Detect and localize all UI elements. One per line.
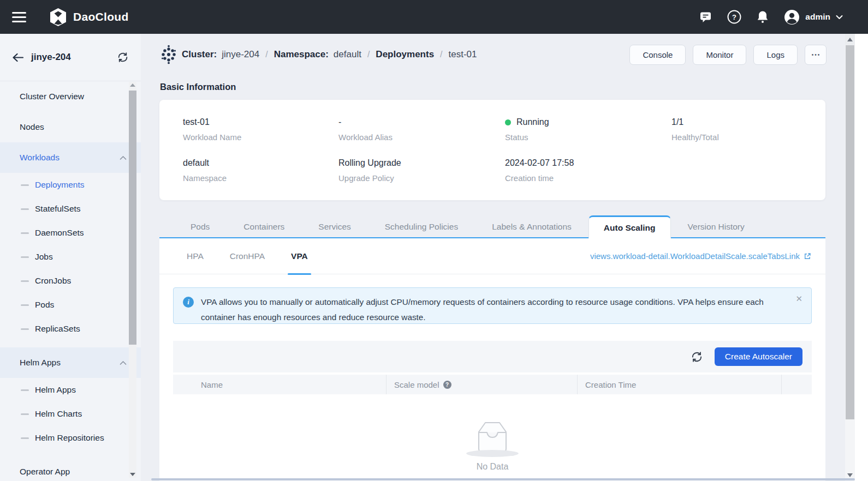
sidebar-item-label: Nodes	[20, 122, 44, 132]
scale-tabs-link[interactable]: views.workload-detail.WorkloadDetailScal…	[590, 238, 811, 274]
sidebar-item[interactable]: CronJobs	[0, 269, 141, 293]
sidebar-menu: Cluster Overview Nodes Workloads	[0, 81, 141, 481]
horizontal-scrollbar-thumb[interactable]	[151, 478, 855, 480]
breadcrumb-part[interactable]: jinye-204	[222, 49, 259, 60]
main-scrollbar-thumb[interactable]	[846, 45, 854, 419]
breadcrumb-part: test-01	[449, 49, 477, 60]
sidebar-item[interactable]: Helm Repositories	[0, 426, 141, 450]
sidebar-item-label: Cluster Overview	[20, 92, 84, 101]
basic-info-field: Rolling Upgrade Upgrade Policy	[338, 158, 505, 199]
scale-subtab[interactable]: VPA	[291, 238, 308, 274]
breadcrumb-part: /	[367, 50, 370, 59]
detail-tab[interactable]: Services	[301, 215, 367, 238]
field-label: Namespace	[183, 173, 338, 183]
topbar: DaoCloud ?	[0, 0, 868, 34]
sidebar-item[interactable]: Cluster Overview	[0, 81, 141, 112]
breadcrumb-part: /	[440, 50, 442, 59]
basic-information-title: Basic Information	[160, 82, 236, 92]
scale-subtab-bar: HPA CronHPA VPA views.workload-detail.Wo…	[159, 238, 825, 274]
daocloud-logo-icon	[49, 8, 67, 27]
field-value: 2024-02-07 17:58	[505, 158, 671, 169]
dash-icon	[21, 389, 29, 391]
header-action-button[interactable]: Monitor	[693, 45, 746, 65]
column-help-icon[interactable]	[443, 381, 451, 389]
empty-state: No Data	[159, 420, 825, 472]
scroll-up-arrow-icon[interactable]	[845, 34, 855, 45]
scale-subtab[interactable]: CronHPA	[230, 238, 265, 274]
user-menu[interactable]: admin	[784, 9, 843, 25]
sidebar-item-label: Operator App	[20, 467, 70, 477]
breadcrumb-part[interactable]: default	[334, 49, 361, 60]
detail-tab[interactable]: Version History	[671, 215, 762, 238]
sidebar-item-label: DaemonSets	[35, 228, 84, 238]
more-actions-button[interactable]: •••	[805, 45, 827, 65]
detail-tab[interactable]: Scheduling Policies	[368, 215, 475, 238]
sidebar-item[interactable]: Workloads	[0, 142, 141, 173]
auto-scaling-panel: HPA CronHPA VPA views.workload-detail.Wo…	[159, 238, 825, 481]
dash-icon	[21, 304, 29, 306]
refresh-icon[interactable]	[691, 351, 703, 363]
detail-tab[interactable]: Labels & Annotations	[475, 215, 588, 238]
sidebar-scrollbar-thumb[interactable]	[129, 91, 136, 345]
create-autoscaler-button[interactable]: Create Autoscaler	[715, 347, 802, 366]
sidebar-item[interactable]: DaemonSets	[0, 221, 141, 245]
scroll-down-arrow-icon[interactable]	[129, 473, 136, 476]
breadcrumb-part[interactable]: Deployments	[376, 49, 434, 60]
sidebar-item[interactable]: StatefulSets	[0, 197, 141, 221]
basic-info-field: - Workload Alias	[338, 117, 505, 158]
table-column-header	[782, 375, 812, 394]
sidebar-item-label: CronJobs	[35, 276, 71, 286]
basic-info-field: Running Status	[505, 117, 671, 158]
dash-icon	[21, 232, 29, 234]
sidebar-item[interactable]: Pods	[0, 293, 141, 317]
field-value: default	[183, 158, 338, 169]
status-dot	[505, 119, 511, 125]
sidebar-item-label: ReplicaSets	[35, 324, 80, 334]
table-column-header: Name	[173, 375, 387, 394]
sidebar-item-label: Workloads	[20, 153, 60, 163]
sidebar-item[interactable]: Operator App	[0, 456, 141, 481]
detail-header: Cluster: jinye-204 / Namespace: default …	[159, 41, 827, 68]
dash-icon	[21, 208, 29, 210]
sidebar-item[interactable]: ReplicaSets	[0, 317, 141, 341]
main-horizontal-scrollbar[interactable]	[141, 478, 855, 481]
close-icon[interactable]: ✕	[795, 294, 802, 303]
chevron-up-icon	[120, 155, 127, 160]
notifications-bell-icon[interactable]	[756, 10, 769, 24]
field-value: -	[338, 117, 505, 128]
help-icon[interactable]: ?	[727, 10, 741, 24]
sidebar-item[interactable]: Nodes	[0, 112, 141, 142]
main-content: Cluster: jinye-204 / Namespace: default …	[141, 34, 845, 481]
sidebar-item[interactable]: Helm Charts	[0, 402, 141, 426]
detail-tab[interactable]: Pods	[174, 215, 227, 238]
dash-icon	[21, 437, 29, 439]
basic-info-field: default Namespace	[183, 158, 338, 199]
dash-icon	[21, 256, 29, 258]
detail-tab[interactable]: Auto Scaling	[588, 215, 671, 238]
feedback-message-icon[interactable]	[699, 10, 712, 23]
header-action-button[interactable]: Logs	[753, 45, 798, 65]
back-arrow-icon[interactable]	[12, 53, 23, 62]
detail-tab[interactable]: Containers	[227, 215, 301, 238]
sidebar-item[interactable]: Deployments	[0, 173, 141, 197]
empty-icon-shadow	[466, 450, 519, 457]
sidebar-item-label: Pods	[35, 300, 54, 310]
switch-cluster-icon[interactable]	[117, 51, 129, 63]
header-action-button[interactable]: Console	[629, 45, 686, 65]
sidebar-scrollbar[interactable]	[129, 82, 136, 478]
hamburger-menu-icon[interactable]	[12, 9, 26, 25]
scale-subtab[interactable]: HPA	[187, 238, 204, 274]
brand[interactable]: DaoCloud	[49, 8, 129, 27]
info-icon: i	[183, 297, 194, 308]
sidebar-item[interactable]: Jobs	[0, 245, 141, 269]
dash-icon	[21, 328, 29, 330]
main-vertical-scrollbar[interactable]	[845, 34, 855, 481]
cluster-icon	[159, 45, 178, 64]
alert-text: VPA allows you to manually or automatica…	[201, 294, 781, 323]
sidebar-item[interactable]: Helm Apps	[0, 378, 141, 402]
scroll-up-arrow-icon[interactable]	[129, 83, 136, 87]
field-label: Workload Alias	[338, 133, 505, 142]
sidebar-item[interactable]: Helm Apps	[0, 347, 141, 378]
cluster-title: jinye-204	[31, 52, 71, 63]
table-column-header: Creation Time	[578, 375, 782, 394]
